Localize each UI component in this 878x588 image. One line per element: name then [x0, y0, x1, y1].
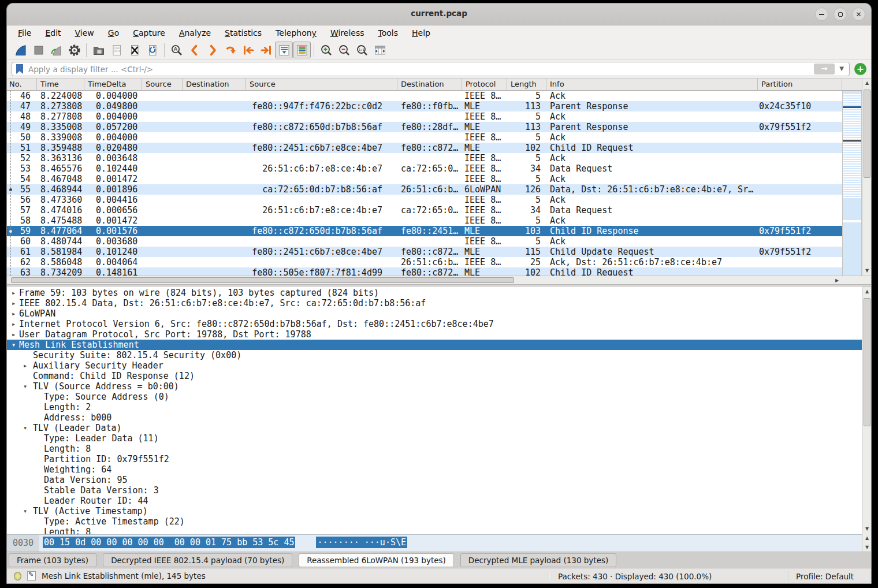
detail-line[interactable]: ▸User Datagram Protocol, Src Port: 19788… — [7, 329, 862, 340]
column-header-no[interactable]: No. — [7, 79, 37, 90]
packet-row-50[interactable]: 508.3390080.004000IEEE 8…5Ack — [7, 132, 842, 143]
packet-row-51[interactable]: 518.3594880.020480fe80::2451:c6b7:e8ce:4… — [7, 143, 842, 153]
column-header-part[interactable]: Partition — [758, 79, 842, 90]
packet-row-47[interactable]: 478.2738080.049800fe80::947f:f476:22bc:c… — [7, 101, 842, 111]
byte-tab-1[interactable]: Decrypted IEEE 802.15.4 payload (70 byte… — [103, 553, 292, 567]
detail-line[interactable]: Weighting: 64 — [7, 464, 862, 475]
collapse-arrow-icon[interactable]: ▾ — [12, 340, 16, 350]
capture-comment-icon[interactable] — [27, 571, 36, 580]
detail-line[interactable]: Stable Data Version: 3 — [7, 485, 862, 496]
packet-row-61[interactable]: 618.5819840.101240fe80::2451:c6b7:e8ce:4… — [7, 247, 842, 257]
maximize-button[interactable] — [834, 8, 847, 21]
expand-arrow-icon[interactable]: ▸ — [23, 360, 27, 371]
packet-row-53[interactable]: 538.4655760.10244026:51:c6:b7:e8:ce:4b:e… — [7, 163, 842, 174]
details-vscrollbar[interactable]: ▲ ▼ — [862, 286, 871, 534]
scroll-down-arrow-icon[interactable]: ▼ — [862, 544, 871, 552]
menu-telephony[interactable]: Telephony — [269, 27, 323, 39]
close-button[interactable]: ✕ — [852, 8, 865, 21]
menu-analyze[interactable]: Analyze — [172, 27, 218, 39]
expert-info-icon[interactable] — [14, 572, 21, 580]
go-to-packet-button[interactable] — [221, 42, 239, 58]
packet-row-55[interactable]: 558.4689440.001896ca:72:65:0d:b7:b8:56:a… — [7, 184, 842, 195]
go-first-packet-button[interactable] — [239, 42, 257, 58]
scroll-up-arrow-icon[interactable]: ▲ — [862, 288, 871, 296]
title-bar[interactable]: current.pcap ✕ — [7, 3, 871, 25]
detail-line[interactable]: ▾TLV (Active Timestamp) — [7, 506, 862, 516]
details-scroll-thumb[interactable] — [864, 298, 870, 426]
detail-line[interactable]: ▸6LoWPAN — [7, 308, 862, 319]
packet-list-hscrollbar[interactable]: ▶ — [7, 276, 842, 284]
open-file-button[interactable] — [90, 42, 107, 58]
column-header-len[interactable]: Length — [507, 79, 546, 90]
detail-line[interactable]: ▾TLV (Source Address = b0:00) — [7, 381, 862, 392]
detail-line[interactable]: Type: Source Address (0) — [7, 392, 862, 402]
column-header-time[interactable]: Time — [37, 79, 84, 90]
column-header-src_hw[interactable]: Source — [142, 79, 183, 90]
reload-file-button[interactable] — [143, 42, 161, 58]
column-header-dst_hw[interactable]: Destination — [183, 79, 246, 90]
scroll-down-arrow-icon[interactable]: ▼ — [862, 267, 871, 275]
close-file-button[interactable] — [125, 42, 143, 58]
detail-line[interactable]: ▾TLV (Leader Data) — [7, 423, 862, 433]
scroll-down-arrow-icon[interactable]: ▼ — [862, 525, 871, 533]
detail-line[interactable]: Address: b000 — [7, 412, 862, 423]
zoom-original-button[interactable]: 1:1 — [353, 42, 371, 58]
collapse-arrow-icon[interactable]: ▾ — [23, 506, 27, 516]
scroll-up-arrow-icon[interactable]: ▲ — [862, 79, 871, 87]
detail-line[interactable]: ▸Auxiliary Security Header — [7, 360, 862, 371]
detail-line[interactable]: Type: Active Timestamp (22) — [7, 516, 862, 527]
find-packet-button[interactable]: A — [168, 42, 185, 58]
packet-row-59[interactable]: 598.4770640.001576fe80::c872:650d:b7b8:5… — [7, 226, 842, 236]
packet-row-60[interactable]: 608.4807440.003680IEEE 8…5Ack — [7, 236, 842, 247]
detail-line[interactable]: ▾Mesh Link Establishment — [7, 340, 862, 350]
hex-byte-pane[interactable]: 0030 00 15 0d 00 00 00 00 00 00 00 01 75… — [7, 534, 862, 552]
go-last-packet-button[interactable] — [257, 42, 275, 58]
resize-columns-button[interactable] — [371, 42, 389, 58]
packet-row-56[interactable]: 568.4733600.004416IEEE 8…5Ack — [7, 195, 842, 205]
packet-row-63[interactable]: 638.7342090.148161fe80::505e:f807:7f81:4… — [7, 267, 842, 276]
detail-line[interactable]: ▸Frame 59: 103 bytes on wire (824 bits),… — [7, 288, 862, 298]
expand-arrow-icon[interactable]: ▸ — [12, 319, 16, 329]
zoom-out-button[interactable] — [335, 42, 353, 58]
menu-statistics[interactable]: Statistics — [218, 27, 269, 39]
menu-go[interactable]: Go — [101, 27, 126, 39]
packet-row-57[interactable]: 578.4740160.00065626:51:c6:b7:e8:ce:4b:e… — [7, 205, 842, 215]
filter-dropdown-caret-icon[interactable]: ▼ — [839, 65, 844, 72]
packet-row-46[interactable]: 468.2240080.004000IEEE 8…5Ack — [7, 91, 842, 101]
add-filter-button-plus-icon[interactable]: + — [854, 63, 866, 75]
capture-options-button[interactable] — [65, 42, 83, 58]
apply-filter-button[interactable]: → — [814, 64, 835, 75]
menu-tools[interactable]: Tools — [371, 27, 405, 39]
collapse-arrow-icon[interactable]: ▾ — [23, 423, 27, 433]
byte-tab-3[interactable]: Decrypted MLE payload (130 bytes) — [460, 553, 616, 567]
scroll-right-arrow-icon[interactable]: ▶ — [833, 276, 841, 285]
detail-line[interactable]: Security Suite: 802.15.4 Security (0x00) — [7, 350, 862, 360]
packet-row-62[interactable]: 628.5860480.00406426:51:c6:b…IEEE 8…25Ac… — [7, 257, 842, 267]
expand-arrow-icon[interactable]: ▸ — [12, 288, 16, 298]
menu-help[interactable]: Help — [405, 27, 437, 39]
colorize-packets-button[interactable] — [293, 42, 311, 58]
packet-row-48[interactable]: 488.2778080.004000IEEE 8…5Ack — [7, 111, 842, 122]
detail-line[interactable]: ▸Internet Protocol Version 6, Src: fe80:… — [7, 319, 862, 329]
display-filter-input[interactable] — [12, 62, 850, 76]
packet-minimap[interactable] — [842, 91, 862, 276]
detail-line[interactable]: Command: Child ID Response (12) — [7, 371, 862, 381]
detail-line[interactable]: Length: 2 — [7, 402, 862, 412]
detail-line[interactable]: Partition ID: 0x79f551f2 — [7, 454, 862, 464]
packet-list-vscrollbar[interactable]: ▲ ▼ — [862, 79, 871, 276]
detail-line[interactable]: Type: Leader Data (11) — [7, 433, 862, 444]
hex-ascii[interactable]: ········ ···u·S\E — [316, 537, 407, 548]
stop-capture-button[interactable] — [29, 42, 47, 58]
menu-edit[interactable]: Edit — [38, 27, 68, 39]
menu-file[interactable]: File — [11, 27, 38, 39]
detail-line[interactable]: Length: 8 — [7, 444, 862, 454]
minimize-button[interactable] — [815, 8, 828, 21]
status-profile[interactable]: Profile: Default — [796, 572, 854, 581]
menu-capture[interactable]: Capture — [126, 27, 172, 39]
scroll-up-arrow-icon[interactable]: ▲ — [862, 534, 871, 542]
byte-tab-2[interactable]: Reassembled 6LoWPAN (193 bytes) — [299, 553, 454, 567]
hex-bytes[interactable]: 00 15 0d 00 00 00 00 00 00 00 01 75 bb 5… — [43, 537, 295, 548]
go-forward-button[interactable] — [203, 42, 221, 58]
byte-tab-0[interactable]: Frame (103 bytes) — [9, 553, 96, 567]
start-capture-button[interactable] — [12, 42, 29, 58]
